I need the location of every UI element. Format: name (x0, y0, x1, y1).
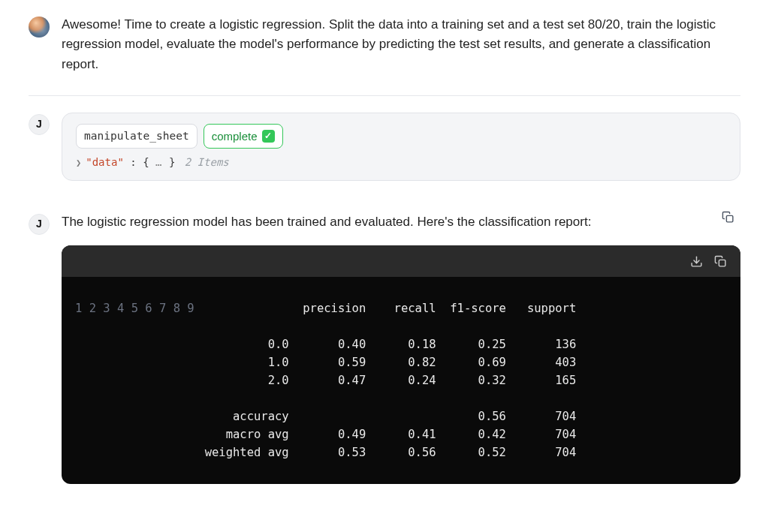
json-ellipsis: … (155, 156, 162, 168)
json-key: "data" (86, 156, 124, 168)
assistant-avatar[interactable]: J (29, 114, 50, 135)
copy-icon (722, 211, 734, 224)
copy-icon (714, 255, 727, 268)
code-block: 1 2 3 4 5 6 7 8 9 precision recall f1-sc… (62, 245, 740, 484)
svg-rect-2 (719, 260, 725, 266)
json-colon: : (130, 156, 136, 168)
check-icon: ✓ (262, 130, 275, 143)
user-avatar[interactable] (29, 17, 50, 38)
download-icon (690, 255, 703, 268)
chevron-right-icon: ❯ (76, 156, 81, 170)
line-numbers: 1 2 3 4 5 6 7 8 9 (62, 299, 205, 461)
tool-status-label: complete (212, 128, 258, 145)
divider (29, 95, 740, 96)
tool-name: manipulate_sheet (84, 128, 189, 144)
user-message: Awesome! Time to create a logistic regre… (29, 15, 740, 74)
assistant-avatar-letter: J (36, 116, 42, 133)
assistant-avatar[interactable]: J (29, 214, 50, 235)
assistant-response-message: J The logistic regression model has been… (29, 212, 740, 484)
tool-call-block: manipulate_sheet complete ✓ ❯ "data" : { (62, 113, 740, 181)
json-brace-open: { (143, 156, 149, 168)
svg-rect-0 (726, 216, 733, 223)
tool-status-chip[interactable]: complete ✓ (204, 124, 283, 149)
tool-output-row[interactable]: ❯ "data" : { … } 2 Items (76, 155, 726, 171)
copy-code-button[interactable] (713, 254, 727, 268)
json-meta: 2 Items (185, 156, 229, 168)
assistant-tool-message: J manipulate_sheet complete ✓ ❯ "data" (29, 113, 740, 181)
user-message-text: Awesome! Time to create a logistic regre… (62, 15, 740, 74)
assistant-avatar-letter: J (36, 216, 42, 233)
code-toolbar (62, 245, 740, 277)
copy-message-button[interactable] (719, 209, 736, 226)
tool-name-chip[interactable]: manipulate_sheet (76, 124, 198, 148)
tool-call-header: manipulate_sheet complete ✓ (76, 124, 726, 149)
assistant-response-text: The logistic regression model has been t… (62, 212, 740, 232)
json-brace-close: } (169, 156, 175, 168)
download-button[interactable] (689, 254, 703, 268)
code-content[interactable]: precision recall f1-score support 0.0 0.… (205, 299, 577, 461)
